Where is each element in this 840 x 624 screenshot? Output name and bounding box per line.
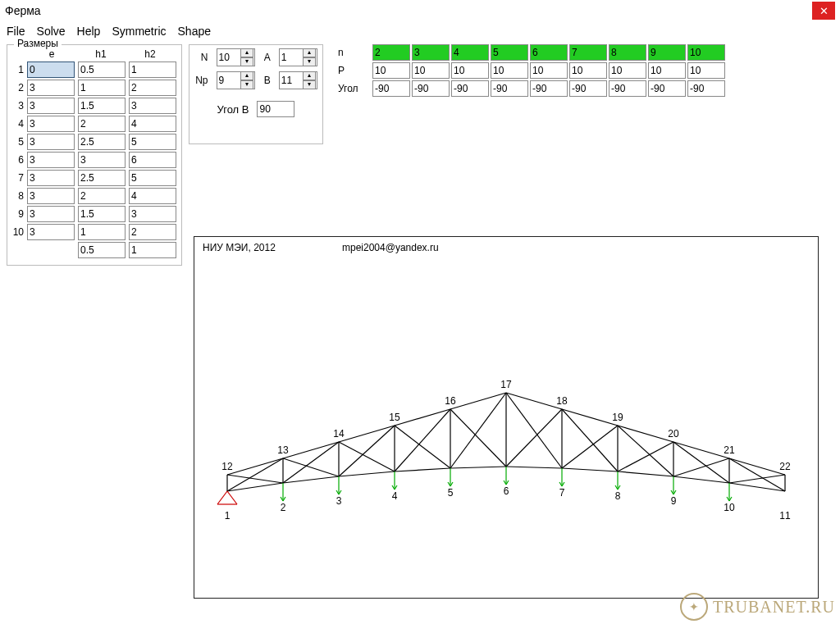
sizes-row: 3 — [12, 98, 176, 114]
loads-cell[interactable]: 7 — [569, 44, 607, 61]
size-h2-input[interactable] — [129, 224, 176, 240]
size-h2-input[interactable] — [129, 188, 176, 204]
spinner-A[interactable]: ▴▾ — [279, 48, 317, 66]
window-title: Ферма — [5, 4, 41, 17]
svg-line-46 — [506, 393, 562, 468]
loads-row: P101010101010101010 — [338, 62, 727, 79]
loads-cell[interactable]: 10 — [530, 62, 568, 79]
svg-line-5 — [506, 467, 562, 468]
svg-line-31 — [227, 475, 283, 483]
sizes-row: 9 — [12, 206, 176, 222]
loads-cell[interactable]: -90 — [372, 80, 410, 97]
spinner-B[interactable]: ▴▾ — [279, 71, 317, 89]
sizes-row: 6 — [12, 152, 176, 168]
loads-cell[interactable]: 10 — [687, 62, 725, 79]
loads-cell[interactable]: 4 — [451, 44, 489, 61]
loads-cell[interactable]: -90 — [569, 80, 607, 97]
svg-line-19 — [729, 458, 785, 475]
size-e-input[interactable] — [27, 170, 75, 186]
sizes-row: 4 — [12, 116, 176, 132]
spinner-Np[interactable]: ▴▾ — [217, 71, 255, 89]
size-e-input[interactable] — [27, 206, 75, 222]
menu-help[interactable]: Help — [77, 25, 101, 38]
svg-line-38 — [339, 426, 395, 476]
row-num: 6 — [12, 154, 24, 166]
loads-cell[interactable]: 8 — [609, 44, 646, 61]
loads-cell[interactable]: -90 — [451, 80, 489, 97]
svg-line-16 — [562, 409, 618, 426]
loads-cell[interactable]: 10 — [609, 62, 646, 79]
svg-text:10: 10 — [724, 502, 735, 513]
loads-label: Угол — [338, 83, 372, 94]
loads-cell[interactable]: 5 — [491, 44, 528, 61]
size-h1-input[interactable] — [78, 170, 126, 186]
svg-text:9: 9 — [671, 495, 677, 507]
size-e-input[interactable] — [27, 152, 75, 168]
col-h2: h2 — [127, 48, 173, 60]
menu-shape[interactable]: Shape — [178, 25, 211, 38]
input-angleB[interactable] — [257, 101, 294, 117]
loads-cell[interactable]: 10 — [412, 62, 450, 79]
loads-cell[interactable]: -90 — [412, 80, 450, 97]
size-h2-input[interactable] — [129, 116, 176, 132]
close-button[interactable]: ✕ — [812, 2, 835, 20]
size-e-input[interactable] — [27, 224, 75, 240]
svg-text:2: 2 — [281, 502, 286, 513]
size-h1-input[interactable] — [78, 188, 126, 204]
size-e-input[interactable] — [27, 116, 75, 132]
loads-cell[interactable]: 9 — [648, 44, 686, 61]
loads-cell[interactable]: 6 — [530, 44, 568, 61]
size-h2-input[interactable] — [129, 98, 176, 114]
col-e: e — [29, 48, 75, 60]
size-h2-input[interactable] — [129, 61, 176, 78]
loads-cell[interactable]: 10 — [491, 62, 528, 79]
size-h1-input[interactable] — [78, 242, 126, 258]
size-h1-input[interactable] — [78, 116, 126, 132]
loads-label: P — [338, 65, 372, 76]
size-e-input[interactable] — [27, 98, 75, 114]
size-e-input[interactable] — [27, 80, 75, 96]
loads-cell[interactable]: -90 — [491, 80, 528, 97]
size-e-input[interactable] — [27, 134, 75, 150]
loads-cell[interactable]: 3 — [412, 44, 450, 61]
menu-solve[interactable]: Solve — [37, 25, 66, 38]
spinner-N[interactable]: ▴▾ — [217, 48, 255, 66]
label-N: N — [194, 52, 208, 63]
label-angleB: Угол B — [217, 103, 249, 116]
sizes-legend: Размеры — [14, 38, 62, 49]
size-e-input[interactable] — [27, 61, 75, 78]
size-h1-input[interactable] — [78, 152, 126, 168]
loads-cell[interactable]: -90 — [530, 80, 568, 97]
size-h1-input[interactable] — [78, 206, 126, 222]
loads-cell[interactable]: -90 — [687, 80, 725, 97]
canvas-email: mpei2004@yandex.ru — [342, 242, 439, 253]
size-e-input[interactable] — [27, 188, 75, 204]
loads-cell[interactable]: 10 — [569, 62, 607, 79]
size-h1-input[interactable] — [78, 80, 126, 96]
loads-cell[interactable]: 10 — [648, 62, 686, 79]
menu-file[interactable]: File — [7, 25, 25, 38]
size-h2-input[interactable] — [129, 206, 176, 222]
size-h1-input[interactable] — [78, 98, 126, 114]
row-num: 8 — [12, 190, 24, 202]
size-h1-input[interactable] — [78, 61, 126, 78]
svg-line-41 — [506, 409, 562, 467]
size-h2-input[interactable] — [129, 152, 176, 168]
svg-text:14: 14 — [333, 428, 345, 440]
loads-cell[interactable]: 10 — [372, 62, 410, 79]
size-h2-input[interactable] — [129, 170, 176, 186]
size-h2-input[interactable] — [129, 134, 176, 150]
loads-cell[interactable]: 10 — [687, 44, 725, 61]
size-h2-input[interactable] — [129, 242, 176, 258]
loads-cell[interactable]: 10 — [451, 62, 489, 79]
menu-symmetric[interactable]: Symmetric — [112, 25, 166, 38]
size-h1-input[interactable] — [78, 224, 126, 240]
size-h1-input[interactable] — [78, 134, 126, 150]
loads-row: n2345678910 — [338, 44, 727, 61]
watermark-logo-icon: ✦ — [680, 593, 708, 621]
svg-text:21: 21 — [724, 444, 735, 456]
loads-cell[interactable]: 2 — [372, 44, 410, 61]
size-h2-input[interactable] — [129, 80, 176, 96]
loads-cell[interactable]: -90 — [609, 80, 646, 97]
loads-cell[interactable]: -90 — [648, 80, 686, 97]
